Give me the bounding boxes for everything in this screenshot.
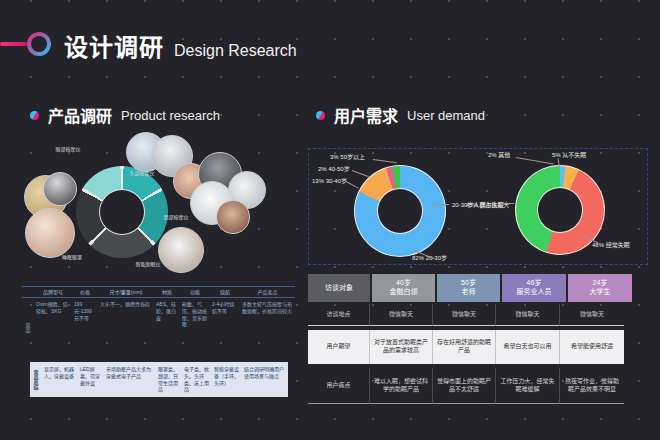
page-title-zh: 设计调研 [64,28,164,63]
table-header-cell: 40岁 金融白领 [372,274,435,302]
table-header-cell: 24岁 大学生 [568,274,632,302]
chart-callout: 13% 30-40岁 [312,176,347,185]
table-cell: 觉得市面上的助眠产品不太舒适 [433,368,496,404]
table-header-cell: 价格 [72,289,98,295]
table-header-cell: 功能 [180,289,210,295]
table-cell: 眼罩类、颈部、日常生活用品 [156,362,182,397]
slide: 设计调研 Design Research 产品调研 Product resear… [0,0,660,440]
chart-callout: 2% 其他 [488,150,510,159]
table-cell: 微信聊天 [560,304,624,326]
product-photo [25,208,75,258]
table-header-cell: 尺寸/重量(mm) [98,289,154,295]
product-category-wheel [76,166,168,258]
bullet-icon [316,111,325,120]
table-cell: 难以入眠，想尝试科学的助眠产品 [370,368,433,404]
section-heading-en: User demand [407,108,485,123]
table-cell: 微信聊天 [496,304,560,326]
accent-line [0,42,27,46]
table-header-cell: 访谈对象 [308,274,370,302]
table-header-cell: 50岁 老师 [437,274,500,302]
section-heading-zh: 用户需求 [334,103,398,127]
table-cell: 199元-1399元不等 [72,298,98,358]
section-heading-en: Product research [121,108,220,123]
interview-table-row-location: 访谈地点 微信聊天 微信聊天 微信聊天 微信聊天 [308,304,624,326]
wheel-label: 智能助眠仪 [135,260,160,267]
section-product-research: 产品调研 Product research [30,103,220,127]
wheel-label: 颈部按摩仪 [163,213,188,220]
page-title-en: Design Research [174,42,297,60]
table-cell: 智能穿戴设备（手环、头环） [212,362,242,397]
chart-callout: 3% 50岁以上 [330,152,365,161]
competitor-table-summary: 竞品总结 显示屏、机器人、穿戴设备 LED屏幕、可穿戴外设 市场助眠产品大多为穿… [30,362,288,397]
wheel-label: 眼部按摩仪 [55,145,80,152]
row-label: 竞品 [22,298,34,358]
table-header-cell: 材质 [154,289,180,295]
table-cell: 用户期望 [308,330,370,364]
section-user-demand: 用户需求 User demand [316,103,485,127]
wheel-label: 头部按摩仪 [129,169,154,176]
ring-icon [27,32,51,56]
leader-line [500,203,514,204]
competitor-table: 品牌型号 价格 尺寸/重量(mm) 材质 功能 续航 产品卖点 竞品 Osim傲… [22,286,295,397]
section-heading-zh: 产品调研 [48,103,112,127]
table-cell: 2-4小时续航不等 [210,298,240,358]
table-cell: 微信聊天 [433,304,496,326]
interview-table-header: 访谈对象 40岁 金融白领 50岁 老师 46岁 服务业人员 24岁 大学生 [308,274,624,302]
table-cell: 存在好用舒适的助眠产品 [433,330,496,364]
table-cell: 访谈地点 [308,304,370,326]
table-cell: 希望能使用舒适 [560,330,624,364]
table-cell: Osim傲胜、倍轻松、SKG [34,298,72,358]
row-label: 竞品总结 [30,362,42,397]
table-cell: 市场助眠产品大多为穿戴式电子产品 [104,362,156,397]
chart-callout: 2% 40-50岁 [318,164,350,173]
table-cell: 结合调研明确用户使用场景与痛点 [242,362,288,397]
wheel-label: 睡眠眼罩 [62,253,82,260]
page-title: 设计调研 Design Research [64,28,297,63]
chart-callout: 45% 偶尔失眠 [466,200,504,209]
table-cell: 热敷、气压、振动按摩、音乐助眠 [180,298,210,358]
product-photo [43,172,77,206]
bullet-icon [30,111,39,120]
product-photo [216,200,250,234]
interview-table-row-painpoint: 用户痛点 难以入眠，想尝试科学的助眠产品 觉得市面上的助眠产品不太舒适 工作压力… [308,368,624,404]
table-cell: 显示屏、机器人、穿戴设备 [42,362,78,397]
table-cell: 多数主打气压按摩与热敷助眠，价格区间较大 [240,298,295,358]
table-cell: 熬夜写作业，觉得助眠产品效果不明显 [560,368,624,404]
table-cell: 工作压力大，经常失眠难缓解 [496,368,560,404]
table-header-cell: 续航 [210,289,240,295]
table-cell: 电子类、枕头、头环类、床上用品 [182,362,212,397]
table-cell: 大小不一，便携性各异 [98,298,154,358]
table-cell: 希望白天也可以用 [496,330,560,364]
leader-line [433,204,449,205]
competitor-table-body: 竞品 Osim傲胜、倍轻松、SKG 199元-1399元不等 大小不一，便携性各… [22,298,295,358]
product-photo [158,227,204,273]
table-cell: 微信聊天 [370,304,433,326]
table-cell: 用户痛点 [308,368,370,404]
table-cell: LED屏幕、可穿戴外设 [78,362,104,397]
age-donut-chart [354,165,446,257]
table-header-cell: 品牌型号 [34,289,72,295]
competitor-table-header: 品牌型号 价格 尺寸/重量(mm) 材质 功能 续航 产品卖点 [22,286,295,298]
interview-table-row-expectation: 用户期望 对于放置式助眠类产品的需求较高 存在好用舒适的助眠产品 希望白天也可以… [308,330,624,364]
table-header-cell: 46岁 服务业人员 [502,274,566,302]
table-cell: ABS、硅胶、蛋白皮 [154,298,180,358]
table-cell: 对于放置式助眠类产品的需求较高 [370,330,433,364]
table-header-cell: 产品卖点 [240,289,295,295]
